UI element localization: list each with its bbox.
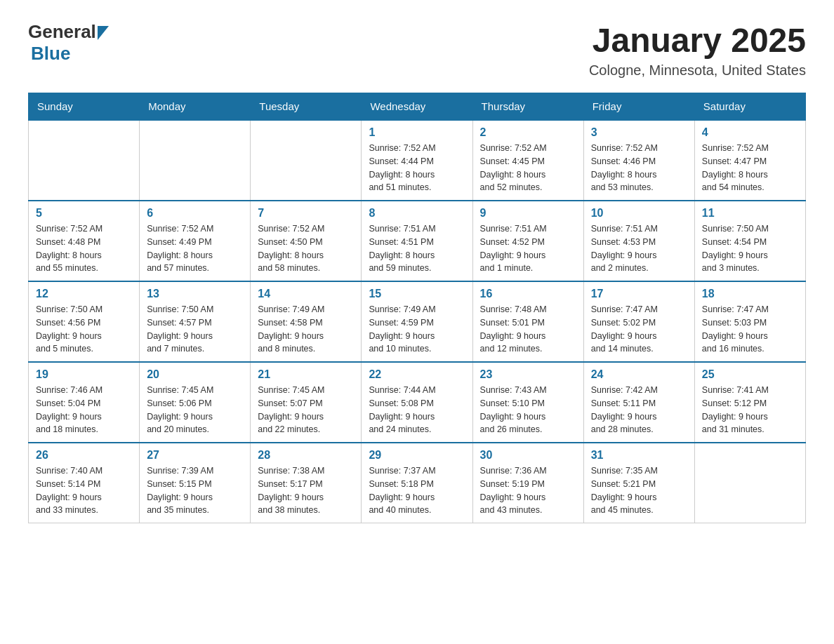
day-info: Sunrise: 7:52 AM Sunset: 4:45 PM Dayligh… [480, 142, 576, 194]
day-number: 19 [36, 368, 132, 381]
day-number: 15 [369, 288, 465, 300]
calendar-cell: 7Sunrise: 7:52 AM Sunset: 4:50 PM Daylig… [251, 201, 362, 281]
day-header-saturday: Saturday [694, 93, 805, 121]
day-number: 6 [147, 207, 243, 220]
day-info: Sunrise: 7:36 AM Sunset: 5:19 PM Dayligh… [480, 464, 576, 517]
day-number: 4 [702, 126, 798, 139]
day-info: Sunrise: 7:47 AM Sunset: 5:03 PM Dayligh… [702, 303, 798, 356]
calendar-cell [29, 120, 140, 201]
day-header-tuesday: Tuesday [251, 93, 362, 121]
day-number: 7 [258, 207, 354, 220]
day-info: Sunrise: 7:46 AM Sunset: 5:04 PM Dayligh… [36, 384, 132, 436]
day-number: 27 [147, 449, 243, 462]
svg-marker-0 [98, 26, 109, 40]
calendar-cell: 15Sunrise: 7:49 AM Sunset: 4:59 PM Dayli… [362, 281, 472, 362]
calendar-cell: 24Sunrise: 7:42 AM Sunset: 5:11 PM Dayli… [583, 362, 694, 443]
logo-triangle-icon [98, 26, 109, 40]
day-info: Sunrise: 7:37 AM Sunset: 5:18 PM Dayligh… [369, 464, 465, 517]
day-info: Sunrise: 7:41 AM Sunset: 5:12 PM Dayligh… [702, 384, 798, 436]
logo: General Blue [28, 21, 109, 65]
day-info: Sunrise: 7:38 AM Sunset: 5:17 PM Dayligh… [258, 464, 354, 517]
page-header: General Blue January 2025 Cologne, Minne… [28, 21, 806, 79]
day-number: 9 [480, 207, 576, 220]
day-header-monday: Monday [140, 93, 251, 121]
week-row-1: 1Sunrise: 7:52 AM Sunset: 4:44 PM Daylig… [29, 120, 806, 201]
day-header-thursday: Thursday [472, 93, 583, 121]
day-number: 1 [369, 126, 465, 139]
calendar-cell [140, 120, 251, 201]
day-number: 29 [369, 449, 465, 462]
week-row-5: 26Sunrise: 7:40 AM Sunset: 5:14 PM Dayli… [29, 443, 806, 523]
day-number: 16 [480, 288, 576, 300]
day-info: Sunrise: 7:51 AM Sunset: 4:51 PM Dayligh… [369, 222, 465, 275]
calendar-cell: 29Sunrise: 7:37 AM Sunset: 5:18 PM Dayli… [362, 443, 472, 523]
day-number: 14 [258, 288, 354, 300]
calendar-cell: 31Sunrise: 7:35 AM Sunset: 5:21 PM Dayli… [583, 443, 694, 523]
day-number: 3 [591, 126, 687, 139]
day-info: Sunrise: 7:51 AM Sunset: 4:53 PM Dayligh… [591, 222, 687, 275]
calendar-cell: 9Sunrise: 7:51 AM Sunset: 4:52 PM Daylig… [472, 201, 583, 281]
day-number: 25 [702, 368, 798, 381]
day-number: 21 [258, 368, 354, 381]
calendar-cell: 13Sunrise: 7:50 AM Sunset: 4:57 PM Dayli… [140, 281, 251, 362]
day-number: 17 [591, 288, 687, 300]
day-info: Sunrise: 7:43 AM Sunset: 5:10 PM Dayligh… [480, 384, 576, 436]
day-info: Sunrise: 7:49 AM Sunset: 4:59 PM Dayligh… [369, 303, 465, 356]
day-info: Sunrise: 7:42 AM Sunset: 5:11 PM Dayligh… [591, 384, 687, 436]
day-info: Sunrise: 7:52 AM Sunset: 4:44 PM Dayligh… [369, 142, 465, 194]
calendar-title: January 2025 [589, 21, 806, 60]
week-row-4: 19Sunrise: 7:46 AM Sunset: 5:04 PM Dayli… [29, 362, 806, 443]
day-info: Sunrise: 7:52 AM Sunset: 4:46 PM Dayligh… [591, 142, 687, 194]
calendar-cell [251, 120, 362, 201]
calendar-cell: 27Sunrise: 7:39 AM Sunset: 5:15 PM Dayli… [140, 443, 251, 523]
day-number: 22 [369, 368, 465, 381]
calendar-cell: 4Sunrise: 7:52 AM Sunset: 4:47 PM Daylig… [694, 120, 805, 201]
day-info: Sunrise: 7:40 AM Sunset: 5:14 PM Dayligh… [36, 464, 132, 517]
calendar-cell: 1Sunrise: 7:52 AM Sunset: 4:44 PM Daylig… [362, 120, 472, 201]
day-number: 23 [480, 368, 576, 381]
day-number: 8 [369, 207, 465, 220]
calendar-cell: 6Sunrise: 7:52 AM Sunset: 4:49 PM Daylig… [140, 201, 251, 281]
calendar-cell: 19Sunrise: 7:46 AM Sunset: 5:04 PM Dayli… [29, 362, 140, 443]
day-number: 11 [702, 207, 798, 220]
logo-blue-text: Blue [31, 43, 70, 65]
calendar-cell: 26Sunrise: 7:40 AM Sunset: 5:14 PM Dayli… [29, 443, 140, 523]
day-number: 30 [480, 449, 576, 462]
calendar-cell: 17Sunrise: 7:47 AM Sunset: 5:02 PM Dayli… [583, 281, 694, 362]
calendar-cell: 28Sunrise: 7:38 AM Sunset: 5:17 PM Dayli… [251, 443, 362, 523]
day-number: 2 [480, 126, 576, 139]
calendar-cell: 23Sunrise: 7:43 AM Sunset: 5:10 PM Dayli… [472, 362, 583, 443]
day-number: 24 [591, 368, 687, 381]
day-info: Sunrise: 7:45 AM Sunset: 5:07 PM Dayligh… [258, 384, 354, 436]
day-number: 31 [591, 449, 687, 462]
day-number: 5 [36, 207, 132, 220]
day-number: 28 [258, 449, 354, 462]
day-info: Sunrise: 7:52 AM Sunset: 4:50 PM Dayligh… [258, 222, 354, 275]
day-info: Sunrise: 7:35 AM Sunset: 5:21 PM Dayligh… [591, 464, 687, 517]
day-info: Sunrise: 7:52 AM Sunset: 4:49 PM Dayligh… [147, 222, 243, 275]
calendar-subtitle: Cologne, Minnesota, United States [589, 62, 806, 79]
calendar-cell: 2Sunrise: 7:52 AM Sunset: 4:45 PM Daylig… [472, 120, 583, 201]
day-info: Sunrise: 7:49 AM Sunset: 4:58 PM Dayligh… [258, 303, 354, 356]
day-number: 26 [36, 449, 132, 462]
calendar-cell: 10Sunrise: 7:51 AM Sunset: 4:53 PM Dayli… [583, 201, 694, 281]
calendar-cell: 14Sunrise: 7:49 AM Sunset: 4:58 PM Dayli… [251, 281, 362, 362]
header-row: SundayMondayTuesdayWednesdayThursdayFrid… [29, 93, 806, 121]
calendar-cell: 22Sunrise: 7:44 AM Sunset: 5:08 PM Dayli… [362, 362, 472, 443]
day-info: Sunrise: 7:50 AM Sunset: 4:54 PM Dayligh… [702, 222, 798, 275]
logo-general-text: General [28, 21, 96, 43]
calendar-cell: 12Sunrise: 7:50 AM Sunset: 4:56 PM Dayli… [29, 281, 140, 362]
day-number: 12 [36, 288, 132, 300]
calendar-cell: 11Sunrise: 7:50 AM Sunset: 4:54 PM Dayli… [694, 201, 805, 281]
day-info: Sunrise: 7:52 AM Sunset: 4:48 PM Dayligh… [36, 222, 132, 275]
day-header-friday: Friday [583, 93, 694, 121]
day-info: Sunrise: 7:50 AM Sunset: 4:57 PM Dayligh… [147, 303, 243, 356]
day-info: Sunrise: 7:39 AM Sunset: 5:15 PM Dayligh… [147, 464, 243, 517]
calendar-cell: 30Sunrise: 7:36 AM Sunset: 5:19 PM Dayli… [472, 443, 583, 523]
calendar-cell: 21Sunrise: 7:45 AM Sunset: 5:07 PM Dayli… [251, 362, 362, 443]
calendar-cell: 5Sunrise: 7:52 AM Sunset: 4:48 PM Daylig… [29, 201, 140, 281]
day-info: Sunrise: 7:44 AM Sunset: 5:08 PM Dayligh… [369, 384, 465, 436]
calendar-cell: 3Sunrise: 7:52 AM Sunset: 4:46 PM Daylig… [583, 120, 694, 201]
calendar-cell: 8Sunrise: 7:51 AM Sunset: 4:51 PM Daylig… [362, 201, 472, 281]
calendar-cell: 20Sunrise: 7:45 AM Sunset: 5:06 PM Dayli… [140, 362, 251, 443]
